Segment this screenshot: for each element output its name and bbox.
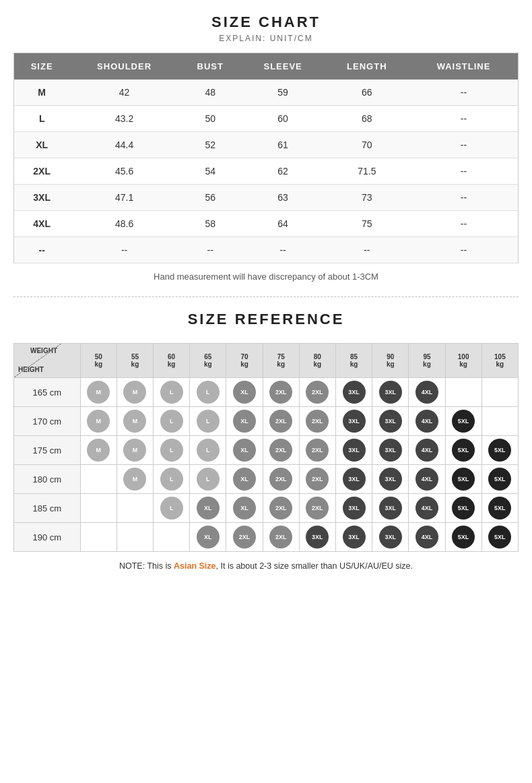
size-badge: 2XL — [269, 526, 292, 549]
size-badge-cell: 4XL — [409, 407, 445, 436]
size-badge: 4XL — [415, 410, 438, 433]
size-badge-cell: 3XL — [335, 436, 372, 465]
size-badge-cell: 3XL — [372, 407, 409, 436]
size-badge-cell: 5XL — [445, 436, 481, 465]
size-badge: 5XL — [452, 439, 475, 462]
weight-col-header: 70kg — [226, 344, 263, 378]
size-badge: 3XL — [343, 439, 366, 462]
size-badge: 4XL — [415, 381, 438, 404]
size-badge-cell — [154, 523, 190, 552]
size-badge: 3XL — [306, 526, 329, 549]
size-ref-row: 190 cmXL2XL2XL3XL3XL3XL4XL5XL5XL — [14, 523, 519, 552]
weight-col-header: 75kg — [263, 344, 299, 378]
size-badge: L — [197, 410, 220, 433]
size-chart-cell: 63 — [242, 185, 325, 211]
size-badge-cell: 2XL — [299, 378, 335, 407]
size-ref-row: 170 cmMMLLXL2XL2XL3XL3XL4XL5XL — [14, 407, 519, 436]
size-chart-subtitle: EXPLAIN: UNIT/CM — [13, 34, 519, 43]
size-chart-cell: 64 — [242, 211, 325, 237]
size-badge-cell: 4XL — [409, 378, 445, 407]
size-badge: 2XL — [269, 468, 292, 491]
size-badge: M — [123, 468, 146, 491]
size-badge-cell: 5XL — [445, 523, 481, 552]
size-badge-cell: XL — [226, 494, 263, 523]
size-badge: L — [197, 468, 220, 491]
size-chart-col-header: SIZE — [14, 53, 70, 80]
size-badge: 3XL — [379, 410, 402, 433]
size-badge: 4XL — [415, 526, 438, 549]
size-badge: 3XL — [343, 468, 366, 491]
size-badge: XL — [233, 381, 256, 404]
size-badge: 5XL — [452, 526, 475, 549]
size-badge-cell: 4XL — [409, 523, 445, 552]
size-badge-cell: M — [80, 436, 117, 465]
size-ref-row: 185 cmLXLXL2XL2XL3XL3XL4XL5XL5XL — [14, 494, 519, 523]
size-chart-col-header: SHOULDER — [69, 53, 179, 80]
size-ref-title: SIZE REFERENCE — [13, 311, 519, 328]
size-badge: 5XL — [488, 526, 511, 549]
size-chart-cell: 44.4 — [69, 132, 179, 158]
size-badge-cell: 2XL — [263, 523, 299, 552]
size-badge-cell: M — [117, 436, 153, 465]
size-badge: M — [123, 410, 146, 433]
size-badge-cell: 2XL — [299, 494, 335, 523]
size-badge-cell — [481, 407, 518, 436]
size-chart-col-header: SLEEVE — [242, 53, 325, 80]
size-chart-col-header: LENGTH — [325, 53, 409, 80]
size-chart-col-header: WAISTLINE — [409, 53, 518, 80]
size-badge: XL — [197, 526, 220, 549]
size-badge-cell: 2XL — [299, 436, 335, 465]
size-badge: 2XL — [306, 410, 329, 433]
size-badge-cell: 2XL — [299, 407, 335, 436]
size-badge-cell: XL — [226, 407, 263, 436]
size-badge: XL — [233, 497, 256, 520]
size-badge: 4XL — [415, 497, 438, 520]
size-chart-cell: 59 — [242, 80, 325, 106]
size-note: NOTE: This is Asian Size, It is about 2-… — [13, 561, 519, 571]
size-badge: 3XL — [379, 468, 402, 491]
size-badge-cell: 5XL — [481, 494, 518, 523]
weight-col-header: 95kg — [409, 344, 445, 378]
size-badge-cell: 5XL — [481, 436, 518, 465]
size-badge-cell: 4XL — [409, 494, 445, 523]
size-badge-cell — [117, 494, 153, 523]
size-badge: M — [123, 381, 146, 404]
size-badge-cell: XL — [190, 494, 226, 523]
size-badge: 3XL — [379, 497, 402, 520]
size-badge: 2XL — [306, 381, 329, 404]
size-ref-body: 165 cmMMLLXL2XL2XL3XL3XL4XL170 cmMMLLXL2… — [14, 378, 519, 552]
size-ref-row: 175 cmMMLLXL2XL2XL3XL3XL4XL5XL5XL — [14, 436, 519, 465]
size-chart-cell: -- — [14, 237, 70, 263]
size-badge-cell: 3XL — [335, 523, 372, 552]
size-badge: 2XL — [269, 439, 292, 462]
weight-col-header: 65kg — [190, 344, 226, 378]
size-chart-cell: 61 — [242, 132, 325, 158]
size-badge-cell: XL — [226, 436, 263, 465]
size-chart-cell: -- — [242, 237, 325, 263]
size-badge-cell: XL — [226, 378, 263, 407]
size-badge-cell: M — [80, 378, 117, 407]
size-chart-col-header: BUST — [179, 53, 242, 80]
size-chart-cell: -- — [325, 237, 409, 263]
size-badge: L — [197, 439, 220, 462]
weight-col-header: 105kg — [481, 344, 518, 378]
size-chart-cell: 75 — [325, 211, 409, 237]
size-chart-header-row: SIZESHOULDERBUSTSLEEVELENGTHWAISTLINE — [14, 53, 519, 80]
size-badge: 3XL — [343, 526, 366, 549]
size-chart-cell: -- — [409, 106, 518, 132]
size-badge: XL — [233, 439, 256, 462]
size-badge-cell: 5XL — [445, 465, 481, 494]
size-badge-cell: 2XL — [263, 465, 299, 494]
size-chart-cell: 73 — [325, 185, 409, 211]
size-chart-disclaimer: Hand measurement will have discrepancy o… — [13, 272, 519, 282]
size-badge: 2XL — [269, 497, 292, 520]
size-badge: L — [160, 468, 183, 491]
size-badge: 5XL — [488, 439, 511, 462]
size-chart-row: 4XL48.6586475-- — [14, 211, 519, 237]
size-badge-cell: L — [190, 436, 226, 465]
size-badge-cell: 3XL — [372, 436, 409, 465]
size-badge-cell: M — [117, 407, 153, 436]
size-badge: M — [87, 439, 110, 462]
size-badge-cell: 3XL — [335, 378, 372, 407]
size-badge-cell: M — [117, 378, 153, 407]
